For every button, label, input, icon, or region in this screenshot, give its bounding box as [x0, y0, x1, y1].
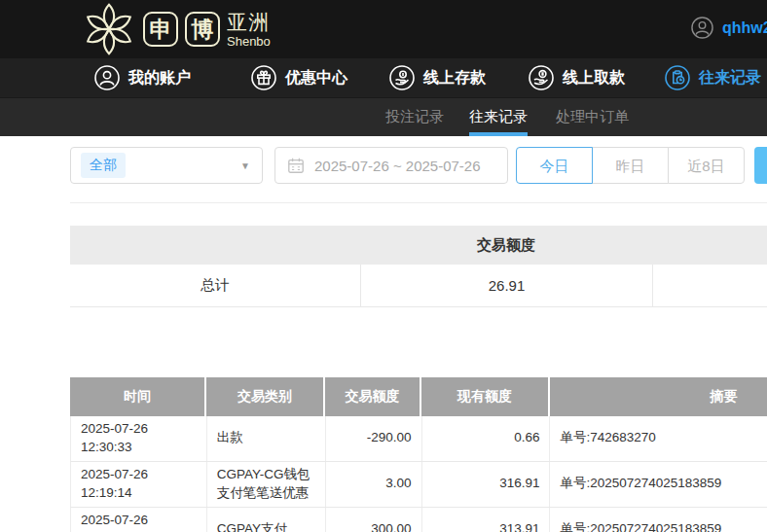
summary-total-row: 总计 26.91: [70, 265, 767, 307]
table-row: 2025-07-26 12:30:33 出款 -290.00 0.66 单号:7…: [70, 416, 767, 462]
summary-table-header: 交易额度: [70, 226, 767, 265]
nav-item-my-account[interactable]: 我的账户: [94, 58, 191, 97]
column-header-time: 时间: [70, 377, 206, 416]
nav-label: 线上取款: [563, 68, 625, 89]
user-circle-icon: [691, 17, 713, 39]
column-header-summary: 摘要: [550, 377, 767, 416]
type-filter-selected-tag[interactable]: 全部: [81, 153, 126, 178]
brand-logo[interactable]: 申 博 亚洲 Shenbo: [82, 2, 271, 56]
deposit-icon: [389, 65, 415, 90]
nav-label: 线上存款: [423, 68, 486, 89]
tab-transaction-records[interactable]: 往来记录: [469, 98, 528, 136]
records-icon: [665, 65, 690, 90]
logo-region-text: 亚洲: [227, 12, 271, 32]
logo-char-box-1: 申: [143, 12, 178, 47]
logo-wordmark: 亚洲 Shenbo: [227, 12, 271, 48]
tab-label: 往来记录: [469, 108, 528, 124]
summary-table: 交易额度 总计 26.91: [70, 226, 767, 307]
section-divider: [70, 202, 767, 203]
quick-range-button-group: 今日 昨日 近8日: [516, 147, 745, 184]
date-range-input[interactable]: 2025-07-26 ~ 2025-07-26: [274, 147, 508, 184]
records-table: 时间 交易类别 交易额度 现有额度 摘要 2025-07-26 12:30:33…: [70, 377, 767, 532]
row-type: CGPAY支付: [207, 508, 326, 532]
yesterday-button[interactable]: 昨日: [592, 147, 669, 184]
row-amount: -290.00: [326, 416, 422, 461]
calendar-icon: [287, 157, 305, 174]
row-summary: 单号:742683270: [550, 416, 767, 461]
row-time: 2025-07-26 12:30:33: [71, 416, 207, 461]
column-header-type: 交易类别: [206, 377, 325, 416]
account-icon: [94, 65, 120, 90]
search-button[interactable]: [754, 147, 767, 184]
today-button[interactable]: 今日: [516, 147, 593, 184]
nav-label: 我的账户: [128, 68, 191, 89]
logo-latin-text: Shenbo: [227, 35, 271, 48]
withdraw-icon: [529, 65, 554, 90]
tab-processing-orders[interactable]: 处理中订单: [556, 98, 629, 136]
logo-char-2: 博: [192, 15, 214, 45]
row-balance: 0.66: [422, 416, 551, 461]
logo-char-box-2: 博: [185, 12, 220, 47]
date-range-value: 2025-07-26 ~ 2025-07-26: [314, 158, 481, 174]
gift-icon: [251, 65, 276, 90]
nav-item-transaction-records[interactable]: 往来记录: [665, 58, 761, 97]
nav-item-online-deposit[interactable]: 线上存款: [389, 58, 486, 97]
row-type: 出款: [207, 416, 326, 461]
type-filter-select[interactable]: 全部 ▼: [70, 147, 263, 184]
column-header-balance: 现有额度: [421, 377, 550, 416]
row-time: 2025-07-26 12:19:14: [71, 462, 207, 507]
top-header-bar: 申 博 亚洲 Shenbo qhhw2: [0, 0, 767, 58]
table-row: 2025-07-26 12:19:14 CGPAY支付 300.00 313.9…: [70, 508, 767, 532]
tab-betting-records[interactable]: 投注记录: [385, 98, 444, 136]
row-type: CGPAY-CG钱包支付笔笔送优惠: [207, 462, 326, 507]
chevron-down-icon: ▼: [240, 160, 250, 171]
nav-item-online-withdrawal[interactable]: 线上取款: [529, 58, 625, 97]
records-subnav: 投注记录 往来记录 处理中订单: [0, 97, 767, 136]
tab-label: 投注记录: [385, 108, 444, 124]
column-header-amount: 交易额度: [325, 377, 421, 416]
nav-label: 优惠中心: [285, 68, 347, 89]
row-amount: 3.00: [326, 462, 422, 507]
nav-label: 往来记录: [699, 68, 761, 89]
user-account-area[interactable]: qhhw2: [691, 17, 767, 39]
summary-empty-cell: [652, 265, 767, 306]
flower-icon: [82, 2, 136, 56]
row-summary: 单号:202507274025183859: [550, 508, 767, 532]
row-time: 2025-07-26 12:19:14: [71, 508, 207, 532]
last-8-days-button[interactable]: 近8日: [668, 147, 745, 184]
tab-label: 处理中订单: [556, 108, 629, 124]
row-balance: 313.91: [422, 508, 551, 532]
summary-total-label: 总计: [70, 265, 360, 306]
main-navbar: 我的账户 优惠中心 线上存款: [0, 58, 767, 97]
nav-item-promotions[interactable]: 优惠中心: [251, 58, 347, 97]
row-amount: 300.00: [326, 508, 422, 532]
transaction-records-page: 申 博 亚洲 Shenbo qhhw2: [0, 0, 767, 532]
logo-char-1: 申: [150, 15, 172, 45]
summary-header-amount: 交易额度: [360, 236, 652, 255]
summary-total-value: 26.91: [360, 265, 652, 306]
username-text[interactable]: qhhw2: [722, 19, 767, 37]
row-summary: 单号:202507274025183859: [550, 462, 767, 507]
records-table-header: 时间 交易类别 交易额度 现有额度 摘要: [70, 377, 767, 416]
row-balance: 316.91: [422, 462, 551, 507]
table-row: 2025-07-26 12:19:14 CGPAY-CG钱包支付笔笔送优惠 3.…: [70, 462, 767, 508]
